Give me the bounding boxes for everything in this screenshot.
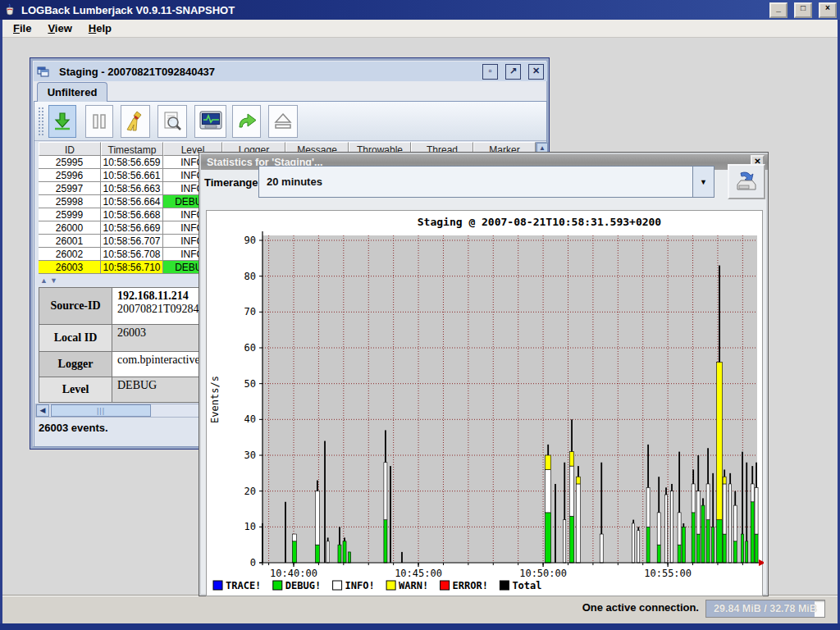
- svg-text:DEBUG!: DEBUG!: [285, 580, 321, 591]
- table-row-cell[interactable]: 26002: [39, 248, 101, 261]
- table-row-cell[interactable]: 10:58:56.668: [101, 208, 163, 221]
- internal-frame-maximize-button[interactable]: ↗: [505, 64, 521, 80]
- internal-frame-close-button[interactable]: ✕: [528, 64, 544, 80]
- table-row-cell[interactable]: 10:58:56.708: [101, 248, 163, 261]
- table-row-cell[interactable]: 25995: [39, 156, 101, 169]
- download-arrow-icon: [52, 111, 73, 132]
- curved-arrow-icon: [236, 111, 258, 132]
- application-window: LOGBack Lumberjack V0.9.11-SNAPSHOT _ □ …: [0, 0, 840, 630]
- pause-icon: [89, 112, 109, 131]
- window-border-bottom: [0, 623, 840, 630]
- save-chart-button[interactable]: [728, 164, 765, 199]
- detail-label: Logger: [39, 352, 112, 377]
- forward-button[interactable]: [232, 105, 261, 138]
- svg-text:0: 0: [250, 557, 256, 568]
- svg-text:10:40:00: 10:40:00: [270, 568, 317, 579]
- svg-text:90: 90: [244, 235, 256, 246]
- internal-frame-icon: [37, 66, 49, 77]
- svg-text:INFO!: INFO!: [345, 580, 375, 591]
- svg-text:60: 60: [244, 342, 256, 354]
- svg-text:WARN!: WARN!: [399, 580, 428, 591]
- detail-label: Source-ID: [39, 287, 112, 325]
- timerange-label: Timerange:: [204, 176, 262, 189]
- window-border-left: [0, 20, 2, 630]
- maximize-button[interactable]: □: [794, 2, 812, 18]
- svg-text:TRACE!: TRACE!: [226, 580, 261, 591]
- find-button[interactable]: [158, 105, 187, 138]
- svg-text:20: 20: [244, 486, 256, 497]
- detail-label: Local ID: [39, 325, 112, 352]
- internal-frame-title: Staging - 20070821T092840437: [54, 66, 220, 78]
- events-per-second-chart: 010203040506070809010:40:0010:45:0010:50…: [207, 211, 764, 597]
- table-row-cell[interactable]: 26000: [39, 221, 101, 235]
- window-titlebar: LOGBack Lumberjack V0.9.11-SNAPSHOT _ □ …: [0, 0, 840, 20]
- svg-text:10:50:00: 10:50:00: [519, 568, 567, 579]
- menu-file[interactable]: File: [7, 21, 38, 36]
- minimize-button[interactable]: _: [769, 2, 788, 18]
- monitor-waveform-icon: [199, 110, 223, 133]
- table-row-cell[interactable]: 25998: [39, 195, 101, 208]
- svg-text:40: 40: [244, 413, 256, 425]
- window-title: LOGBack Lumberjack V0.9.11-SNAPSHOT: [21, 4, 235, 16]
- combobox-arrow-icon[interactable]: ▼: [692, 167, 714, 197]
- table-row-cell[interactable]: 25997: [39, 182, 101, 195]
- table-row-cell[interactable]: 26001: [39, 235, 101, 248]
- connection-status: One active connection.: [582, 601, 699, 614]
- event-count-status: 26003 events.: [39, 422, 108, 434]
- detail-label: Level: [39, 377, 112, 403]
- svg-text:50: 50: [244, 378, 256, 390]
- menu-help[interactable]: Help: [82, 21, 118, 36]
- svg-text:30: 30: [244, 450, 256, 461]
- split-collapse-up-icon[interactable]: ▲: [40, 276, 48, 285]
- svg-text:80: 80: [244, 271, 256, 282]
- table-row-cell[interactable]: 10:58:56.669: [101, 221, 163, 235]
- eject-icon: [272, 111, 294, 132]
- svg-text:10:55:00: 10:55:00: [644, 568, 692, 579]
- clean-button[interactable]: [121, 105, 150, 138]
- follow-tail-button[interactable]: [48, 105, 76, 138]
- table-row-cell[interactable]: 10:58:56.663: [101, 182, 163, 195]
- pause-button[interactable]: [85, 105, 113, 138]
- menu-bar: FileViewHelp: [0, 20, 840, 38]
- table-row-cell[interactable]: 10:58:56.661: [101, 169, 163, 182]
- table-row-cell[interactable]: 10:58:56.659: [101, 156, 163, 169]
- table-row-cell[interactable]: 10:58:56.710: [101, 261, 163, 274]
- timerange-combobox[interactable]: 20 minutes ▼: [258, 166, 714, 198]
- split-collapse-down-icon[interactable]: ▼: [50, 276, 57, 285]
- statistics-chart-panel: 010203040506070809010:40:0010:45:0010:50…: [206, 210, 763, 596]
- table-row-cell[interactable]: 26003: [39, 261, 101, 274]
- statistics-dialog: Statistics for 'Staging'... ✕ Timerange:…: [199, 152, 769, 596]
- svg-text:10:45:00: 10:45:00: [395, 568, 442, 579]
- broom-icon: [124, 110, 147, 133]
- internal-frame-titlebar[interactable]: Staging - 20070821T092840437 ▫ ↗ ✕: [34, 62, 547, 81]
- svg-text:Events/s: Events/s: [209, 376, 221, 423]
- menu-view[interactable]: View: [41, 21, 78, 36]
- table-row-cell[interactable]: 10:58:56.664: [101, 195, 163, 208]
- column-header-id[interactable]: ID: [39, 142, 101, 156]
- column-header-timestamp[interactable]: Timestamp: [101, 142, 163, 156]
- close-button[interactable]: ×: [819, 2, 837, 18]
- statistics-button[interactable]: [194, 105, 226, 138]
- table-row-cell[interactable]: 25996: [39, 169, 101, 182]
- svg-text:Total: Total: [512, 580, 541, 591]
- scrollbar-thumb[interactable]: |||: [51, 404, 151, 417]
- svg-text:Staging @ 2007-08-21T10:58:31.: Staging @ 2007-08-21T10:58:31.593+0200: [418, 216, 662, 228]
- memory-usage-text: 29.84 MiB / 32.78 MiB: [706, 603, 824, 614]
- svg-text:10: 10: [244, 521, 256, 532]
- toolbar-grip[interactable]: [38, 107, 45, 136]
- save-to-disk-icon: [734, 170, 759, 194]
- svg-text:70: 70: [244, 306, 256, 317]
- internal-frame-iconify-button[interactable]: ▫: [482, 64, 498, 80]
- tab-unfiltered[interactable]: Unfiltered: [37, 82, 107, 102]
- document-search-icon: [161, 110, 184, 133]
- table-row-cell[interactable]: 25999: [39, 208, 101, 221]
- timerange-value: 20 minutes: [259, 176, 692, 188]
- svg-text:ERROR!: ERROR!: [453, 580, 488, 591]
- eject-button[interactable]: [268, 105, 298, 138]
- table-row-cell[interactable]: 10:58:56.707: [101, 235, 163, 248]
- scroll-left-icon[interactable]: ◀: [36, 404, 49, 417]
- java-cup-icon: [3, 3, 16, 16]
- memory-progressbar[interactable]: 29.84 MiB / 32.78 MiB: [705, 600, 825, 618]
